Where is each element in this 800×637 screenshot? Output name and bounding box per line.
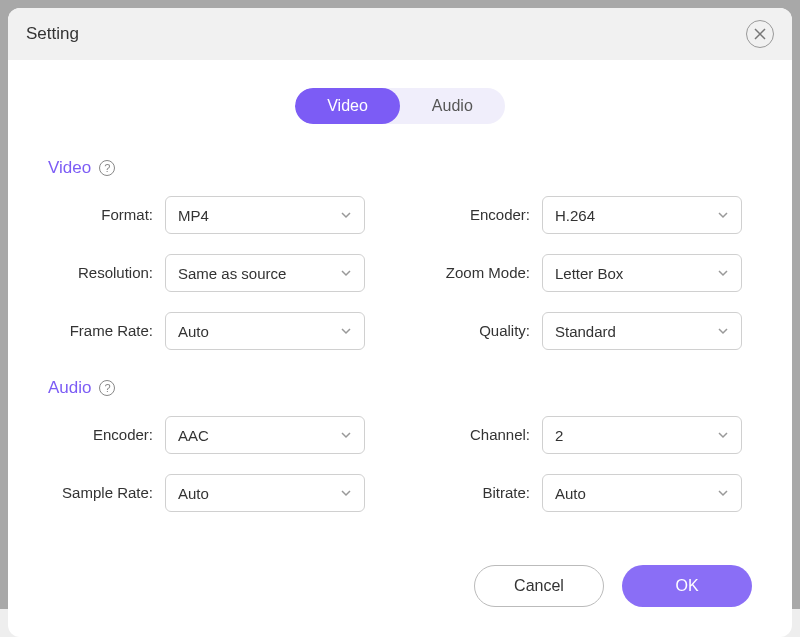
chevron-down-icon (340, 325, 352, 337)
audio-section: Audio ? Encoder: AAC Channel: 2 (48, 378, 752, 512)
modal-title: Setting (26, 24, 79, 44)
cancel-button[interactable]: Cancel (474, 565, 604, 607)
field-label: Encoder: (48, 426, 153, 445)
select-value: Standard (555, 323, 616, 340)
close-button[interactable] (746, 20, 774, 48)
row: Sample Rate: Auto Bitrate: Auto (48, 474, 752, 512)
field-label: Zoom Mode: (425, 264, 530, 283)
help-icon[interactable]: ? (99, 160, 115, 176)
field-label: Quality: (425, 322, 530, 341)
field-label: Format: (48, 206, 153, 225)
field-resolution: Resolution: Same as source (48, 254, 375, 292)
select-value: H.264 (555, 207, 595, 224)
field-zoom-mode: Zoom Mode: Letter Box (425, 254, 752, 292)
select-value: AAC (178, 427, 209, 444)
chevron-down-icon (717, 209, 729, 221)
quality-select[interactable]: Standard (542, 312, 742, 350)
select-value: MP4 (178, 207, 209, 224)
channel-select[interactable]: 2 (542, 416, 742, 454)
field-label: Bitrate: (425, 484, 530, 503)
modal-body: Video Audio Video ? Format: MP4 Encoder:… (8, 60, 792, 545)
chevron-down-icon (717, 487, 729, 499)
field-label: Sample Rate: (48, 484, 153, 503)
section-heading-audio-text: Audio (48, 378, 91, 398)
field-label: Channel: (425, 426, 530, 445)
chevron-down-icon (340, 267, 352, 279)
select-value: Auto (178, 323, 209, 340)
chevron-down-icon (717, 325, 729, 337)
field-sample-rate: Sample Rate: Auto (48, 474, 375, 512)
row: Frame Rate: Auto Quality: Standard (48, 312, 752, 350)
tab-video[interactable]: Video (295, 88, 400, 124)
tab-pill: Video Audio (295, 88, 505, 124)
field-quality: Quality: Standard (425, 312, 752, 350)
frame-rate-select[interactable]: Auto (165, 312, 365, 350)
tab-audio[interactable]: Audio (400, 88, 505, 124)
field-label: Resolution: (48, 264, 153, 283)
field-channel: Channel: 2 (425, 416, 752, 454)
section-heading-video: Video ? (48, 158, 752, 178)
format-select[interactable]: MP4 (165, 196, 365, 234)
audio-encoder-select[interactable]: AAC (165, 416, 365, 454)
section-heading-audio: Audio ? (48, 378, 752, 398)
close-icon (754, 28, 766, 40)
chevron-down-icon (717, 429, 729, 441)
field-bitrate: Bitrate: Auto (425, 474, 752, 512)
chevron-down-icon (340, 209, 352, 221)
select-value: Auto (178, 485, 209, 502)
ok-button[interactable]: OK (622, 565, 752, 607)
sample-rate-select[interactable]: Auto (165, 474, 365, 512)
field-encoder-video: Encoder: H.264 (425, 196, 752, 234)
modal-footer: Cancel OK (8, 545, 792, 637)
row: Encoder: AAC Channel: 2 (48, 416, 752, 454)
modal-header: Setting (8, 8, 792, 60)
tab-switch: Video Audio (48, 88, 752, 124)
zoom-mode-select[interactable]: Letter Box (542, 254, 742, 292)
chevron-down-icon (340, 487, 352, 499)
field-frame-rate: Frame Rate: Auto (48, 312, 375, 350)
row: Resolution: Same as source Zoom Mode: Le… (48, 254, 752, 292)
chevron-down-icon (717, 267, 729, 279)
video-encoder-select[interactable]: H.264 (542, 196, 742, 234)
section-heading-video-text: Video (48, 158, 91, 178)
bitrate-select[interactable]: Auto (542, 474, 742, 512)
chevron-down-icon (340, 429, 352, 441)
select-value: Same as source (178, 265, 286, 282)
select-value: Auto (555, 485, 586, 502)
select-value: 2 (555, 427, 563, 444)
field-label: Frame Rate: (48, 322, 153, 341)
select-value: Letter Box (555, 265, 623, 282)
resolution-select[interactable]: Same as source (165, 254, 365, 292)
row: Format: MP4 Encoder: H.264 (48, 196, 752, 234)
field-audio-encoder: Encoder: AAC (48, 416, 375, 454)
field-format: Format: MP4 (48, 196, 375, 234)
settings-modal: Setting Video Audio Video ? Format: MP4 (8, 8, 792, 637)
field-label: Encoder: (425, 206, 530, 225)
help-icon[interactable]: ? (99, 380, 115, 396)
